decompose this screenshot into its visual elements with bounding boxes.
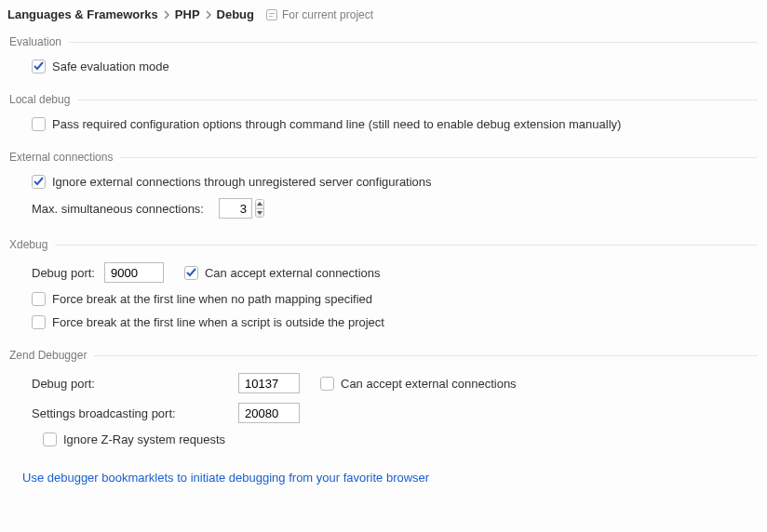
zend-accept-ext-label: Can accept external connections [341, 377, 517, 391]
zend-port-input[interactable] [238, 373, 300, 393]
zend-broadcast-input[interactable] [238, 403, 300, 423]
xdebug-accept-ext-label: Can accept external connections [205, 266, 381, 280]
svg-rect-0 [267, 9, 277, 20]
section-xdebug: Xdebug Debug port: Can accept external c… [9, 237, 758, 333]
max-connections-label: Max. simultaneous connections: [32, 202, 204, 216]
breadcrumb: Languages & Frameworks PHP Debug For cur… [0, 0, 767, 34]
ignore-zray-checkbox[interactable] [43, 432, 57, 446]
section-local-debug: Local debug Pass required configuration … [9, 92, 758, 135]
section-title: Zend Debugger [9, 349, 94, 362]
force-break-nopath-checkbox[interactable] [32, 292, 46, 306]
safe-eval-checkbox[interactable] [32, 60, 46, 73]
breadcrumb-item-debug: Debug [217, 7, 254, 21]
ignore-zray-label: Ignore Z-Ray system requests [63, 432, 225, 446]
bookmarklets-link[interactable]: Use debugger bookmarklets to initiate de… [22, 471, 429, 485]
project-scope-label: For current project [282, 8, 373, 21]
zend-accept-ext-checkbox[interactable] [320, 377, 334, 391]
force-break-outside-checkbox[interactable] [32, 315, 46, 329]
xdebug-accept-ext-checkbox[interactable] [184, 266, 198, 280]
force-break-nopath-label: Force break at the first line when no pa… [52, 292, 372, 306]
max-connections-input[interactable] [219, 198, 252, 219]
zend-broadcast-label: Settings broadcasting port: [32, 406, 238, 420]
chevron-right-icon [205, 10, 212, 20]
safe-eval-label: Safe evaluation mode [52, 60, 169, 73]
ignore-unregistered-label: Ignore external connections through unre… [52, 175, 432, 189]
svg-rect-1 [269, 13, 275, 14]
ignore-unregistered-checkbox[interactable] [32, 175, 46, 189]
breadcrumb-item-php[interactable]: PHP [175, 7, 200, 21]
zend-port-label: Debug port: [32, 377, 238, 391]
breadcrumb-item-langfw[interactable]: Languages & Frameworks [7, 7, 158, 21]
pass-config-checkbox[interactable] [32, 117, 46, 131]
section-evaluation: Evaluation Safe evaluation mode [9, 34, 758, 77]
section-external-connections: External connections Ignore external con… [9, 150, 758, 222]
xdebug-port-label: Debug port: [32, 266, 95, 280]
force-break-outside-label: Force break at the first line when a scr… [52, 315, 384, 329]
xdebug-port-input[interactable] [104, 262, 164, 283]
project-scope-icon [265, 8, 278, 21]
section-zend-debugger: Zend Debugger Debug port: Can accept ext… [9, 348, 758, 450]
pass-config-label: Pass required configuration options thro… [52, 117, 621, 131]
svg-rect-2 [269, 16, 273, 17]
stepper-up-icon[interactable] [256, 200, 263, 209]
section-title: Evaluation [9, 35, 69, 48]
chevron-right-icon [163, 10, 170, 20]
stepper-down-icon[interactable] [256, 209, 263, 218]
section-title: Xdebug [9, 238, 55, 251]
max-connections-stepper[interactable] [255, 199, 264, 218]
section-title: External connections [9, 151, 120, 164]
section-title: Local debug [9, 93, 77, 106]
